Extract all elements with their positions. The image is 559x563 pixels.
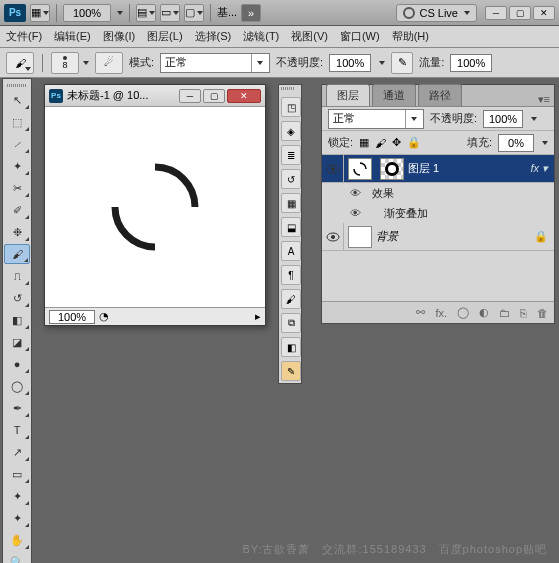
camera-tool[interactable]: ✦ [4, 508, 30, 528]
menu-image[interactable]: 图像(I) [103, 29, 135, 44]
doc-close-button[interactable]: ✕ [227, 89, 261, 103]
collapsed-panel-5[interactable]: ▦ [281, 193, 301, 213]
collapsed-panel-4[interactable]: ↺ [281, 169, 301, 189]
menu-view[interactable]: 视图(V) [291, 29, 328, 44]
quick-select-tool[interactable]: ✦ [4, 156, 30, 176]
brush-panel-toggle[interactable]: ☄ [95, 52, 123, 74]
tab-paths[interactable]: 路径 [418, 84, 462, 106]
menu-select[interactable]: 选择(S) [195, 29, 232, 44]
collapsed-panel-8[interactable]: ¶ [281, 265, 301, 285]
layer-group-icon[interactable]: 🗀 [499, 307, 510, 319]
doc-info-icon[interactable]: ◔ [99, 310, 109, 323]
lock-pixels-icon[interactable]: 🖌 [375, 137, 386, 149]
canvas[interactable] [45, 107, 265, 307]
hand-tool[interactable]: ✋ [4, 530, 30, 550]
path-select-tool[interactable]: ↗ [4, 442, 30, 462]
view-extras-icon[interactable]: ▤ [136, 4, 156, 22]
blend-mode-select[interactable]: 正常 [160, 53, 270, 73]
tab-layers[interactable]: 图层 [326, 84, 370, 106]
layer-name[interactable]: 背景 [376, 229, 398, 244]
doc-minimize-button[interactable]: ─ [179, 89, 201, 103]
zoom-level[interactable]: 100% [63, 4, 111, 22]
brush-preset-picker[interactable]: 8 [51, 52, 79, 74]
zoom-tool[interactable]: 🔍 [4, 552, 30, 563]
3d-tool[interactable]: ✦ [4, 486, 30, 506]
layer-blend-select[interactable]: 正常 [328, 109, 424, 129]
doc-zoom-input[interactable]: 100% [49, 310, 95, 324]
workspace-label[interactable]: 基... [217, 5, 237, 20]
eraser-tool[interactable]: ◧ [4, 310, 30, 330]
dodge-tool[interactable]: ◯ [4, 376, 30, 396]
brush-tool[interactable]: 🖌 [4, 244, 30, 264]
collapsed-panel-6[interactable]: ⬓ [281, 217, 301, 237]
layer-thumbnail[interactable] [348, 226, 372, 248]
collapsed-panel-1[interactable]: ◳ [281, 97, 301, 117]
shape-tool[interactable]: ▭ [4, 464, 30, 484]
menu-file[interactable]: 文件(F) [6, 29, 42, 44]
collapsed-panel-7[interactable]: A [281, 241, 301, 261]
layer-style-icon[interactable]: fx. [435, 307, 447, 319]
maximize-button[interactable]: ▢ [509, 6, 531, 20]
visibility-toggle[interactable] [322, 223, 344, 250]
eyedropper-tool[interactable]: ✐ [4, 200, 30, 220]
arrange-docs-icon[interactable]: ▭ [160, 4, 180, 22]
link-layers-icon[interactable]: ⚯ [416, 306, 425, 319]
lock-transparent-icon[interactable]: ▦ [359, 136, 369, 149]
visibility-toggle[interactable] [322, 155, 344, 182]
blur-tool[interactable]: ● [4, 354, 30, 374]
document-titlebar[interactable]: Ps 未标题-1 @ 10... ─ ▢ ✕ [45, 85, 265, 107]
collapsed-panel-2[interactable]: ◈ [281, 121, 301, 141]
fx-visibility-toggle[interactable]: 👁 [344, 187, 366, 199]
lock-position-icon[interactable]: ✥ [392, 136, 401, 149]
menu-edit[interactable]: 编辑(E) [54, 29, 91, 44]
collapsed-panel-10[interactable]: ⧉ [281, 313, 301, 333]
collapsed-panel-12[interactable]: ✎ [281, 361, 301, 381]
new-layer-icon[interactable]: ⎘ [520, 307, 527, 319]
layer-mask-icon[interactable]: ◯ [457, 306, 469, 319]
close-button[interactable]: ✕ [533, 6, 555, 20]
layer-fx-indicator[interactable]: fx ▾ [530, 162, 548, 175]
flow-input[interactable]: 100% [450, 54, 492, 72]
doc-menu-arrow[interactable]: ▸ [255, 310, 261, 323]
adjustment-layer-icon[interactable]: ◐ [479, 306, 489, 319]
bridge-icon[interactable]: ▦ [30, 4, 50, 22]
collapsed-panel-3[interactable]: ≣ [281, 145, 301, 165]
collapsed-panel-11[interactable]: ◧ [281, 337, 301, 357]
stamp-tool[interactable]: ⎍ [4, 266, 30, 286]
fill-input[interactable]: 0% [498, 134, 534, 152]
lock-all-icon[interactable]: 🔒 [407, 136, 421, 149]
pen-tool[interactable]: ✒ [4, 398, 30, 418]
layer-opacity-input[interactable]: 100% [483, 110, 523, 128]
marquee-tool[interactable]: ⬚ [4, 112, 30, 132]
opacity-input[interactable]: 100% [329, 54, 371, 72]
fx-item-visibility-toggle[interactable]: 👁 [344, 207, 366, 219]
layer-name[interactable]: 图层 1 [408, 161, 439, 176]
layer-effects-row[interactable]: 👁效果 [322, 183, 554, 203]
panel-menu-icon[interactable]: ▾≡ [538, 93, 550, 106]
minimize-button[interactable]: ─ [485, 6, 507, 20]
crop-tool[interactable]: ✂ [4, 178, 30, 198]
layer-row[interactable]: 图层 1 fx ▾ [322, 155, 554, 183]
screen-mode-icon[interactable]: ▢ [184, 4, 204, 22]
menu-layer[interactable]: 图层(L) [147, 29, 182, 44]
cslive-button[interactable]: CS Live [396, 4, 477, 22]
lasso-tool[interactable]: ⟋ [4, 134, 30, 154]
healing-tool[interactable]: ❉ [4, 222, 30, 242]
tab-channels[interactable]: 通道 [372, 84, 416, 106]
tool-preset-picker[interactable]: 🖌 [6, 52, 34, 74]
history-brush-tool[interactable]: ↺ [4, 288, 30, 308]
panel-grip[interactable] [3, 81, 31, 89]
layer-mask-thumbnail[interactable] [380, 158, 404, 180]
menu-filter[interactable]: 滤镜(T) [243, 29, 279, 44]
layer-row[interactable]: 背景 🔒 [322, 223, 554, 251]
layer-effect-item[interactable]: 👁渐变叠加 [322, 203, 554, 223]
layer-thumbnail[interactable] [348, 158, 372, 180]
doc-maximize-button[interactable]: ▢ [203, 89, 225, 103]
tablet-opacity-icon[interactable]: ✎ [391, 52, 413, 74]
menu-window[interactable]: 窗口(W) [340, 29, 380, 44]
gradient-tool[interactable]: ◪ [4, 332, 30, 352]
menu-help[interactable]: 帮助(H) [392, 29, 429, 44]
type-tool[interactable]: T [4, 420, 30, 440]
expand-workspaces-icon[interactable]: » [241, 4, 261, 22]
move-tool[interactable]: ↖ [4, 90, 30, 110]
